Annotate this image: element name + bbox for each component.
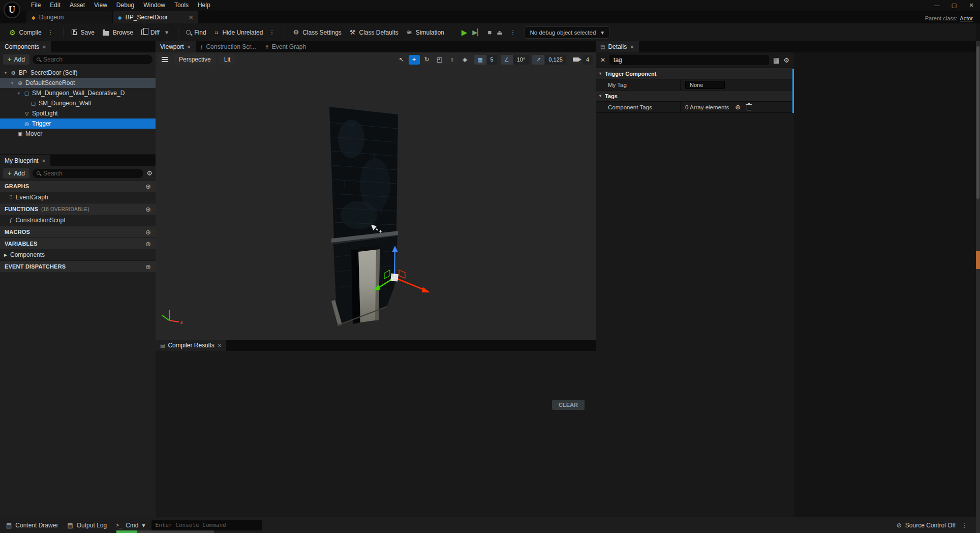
tab-event-graph[interactable]: ⠿ Event Graph <box>260 41 311 52</box>
tree-row-wall-decorative[interactable]: ▾ ▢ SM_Dungeon_Wall_Decorative_D <box>0 88 156 98</box>
eject-button[interactable]: ⏏ <box>497 29 502 36</box>
components-search-input[interactable] <box>43 56 148 63</box>
tab-details[interactable]: ▤ Details ✕ <box>596 41 639 52</box>
close-compiler-results-icon[interactable]: ✕ <box>218 343 222 348</box>
row-event-graph[interactable]: ⠿ EventGraph <box>0 192 156 203</box>
tab-my-blueprint[interactable]: My Blueprint ✕ <box>0 155 50 166</box>
grid-snap-icon[interactable]: ▦ <box>474 55 486 65</box>
my-blueprint-search-input[interactable] <box>43 170 139 177</box>
play-options-icon[interactable]: ⋮ <box>508 28 518 36</box>
add-component-button[interactable]: + Add <box>3 54 29 65</box>
hide-unrelated-options-icon[interactable]: ⋮ <box>266 28 277 36</box>
select-tool-icon[interactable]: ↖ <box>396 55 407 65</box>
close-my-blueprint-icon[interactable]: ✕ <box>42 158 46 164</box>
section-variables[interactable]: VARIABLES ⊕ <box>0 238 156 249</box>
my-tag-value-field[interactable]: None <box>685 81 725 89</box>
blueprint-settings-gear-icon[interactable]: ⚙ <box>146 169 152 177</box>
simulation-button[interactable]: ≋ Simulation <box>403 26 448 39</box>
add-variable-icon[interactable]: ⊕ <box>145 240 151 248</box>
class-settings-button[interactable]: ⚙ Class Settings <box>289 26 345 39</box>
camera-speed-value[interactable]: 4 <box>583 55 593 65</box>
menu-asset[interactable]: Asset <box>65 0 89 11</box>
expander-icon[interactable]: ▸ <box>4 251 7 258</box>
menu-view[interactable]: View <box>89 0 112 11</box>
frame-skip-button[interactable]: ▶▏ <box>472 28 482 36</box>
close-button[interactable]: ✕ <box>963 0 980 11</box>
close-details-icon[interactable]: ✕ <box>630 44 634 50</box>
play-button[interactable]: ▶ <box>462 28 468 37</box>
section-macros[interactable]: MACROS ⊕ <box>0 226 156 238</box>
close-components-icon[interactable]: ✕ <box>42 44 46 50</box>
details-search-input[interactable] <box>614 56 765 64</box>
find-button[interactable]: Find <box>182 26 210 39</box>
camera-speed-icon[interactable] <box>570 55 582 65</box>
3d-viewport[interactable]: x Perspective Lit ↖ + ↻ ◰ ♁ ◈ ▦ 5 <box>156 52 596 340</box>
section-expander-icon[interactable]: ▾ <box>599 71 601 76</box>
add-function-icon[interactable]: ⊕ <box>145 205 151 213</box>
add-macro-icon[interactable]: ⊕ <box>145 228 151 236</box>
wall-mesh[interactable] <box>329 107 398 326</box>
source-control-options-icon[interactable]: ⋮ <box>959 521 970 529</box>
diff-button[interactable]: Diff ▾ <box>137 26 174 39</box>
add-event-dispatcher-icon[interactable]: ⊕ <box>145 263 151 271</box>
unreal-logo-icon[interactable]: U <box>4 2 20 18</box>
section-event-dispatchers[interactable]: EVENT DISPATCHERS ⊕ <box>0 260 156 272</box>
details-search-box[interactable] <box>609 55 769 65</box>
compile-options-icon[interactable]: ⋮ <box>45 28 56 36</box>
grid-snap-value[interactable]: 5 <box>487 55 497 65</box>
restore-button[interactable]: ▢ <box>945 0 963 11</box>
tab-components[interactable]: Components ✕ <box>0 41 51 52</box>
browse-button[interactable]: Browse <box>99 26 137 39</box>
row-construction-script[interactable]: ƒ ConstructionScript <box>0 215 156 226</box>
tree-row-bp-secretdoor-self[interactable]: ▾ ⚙ BP_SecretDoor (Self) <box>0 68 156 78</box>
add-graph-icon[interactable]: ⊕ <box>145 183 151 190</box>
source-control-button[interactable]: ⊘ Source Control Off ⋮ <box>897 521 970 529</box>
window-scrollbar[interactable] <box>976 41 980 533</box>
clear-array-icon[interactable] <box>747 105 751 110</box>
expander-icon[interactable]: ▾ <box>16 91 21 96</box>
tab-construction-script[interactable]: ƒ Construction Scr... <box>196 41 261 52</box>
save-button[interactable]: Save <box>68 26 99 39</box>
output-log-button[interactable]: ▤ Output Log <box>67 522 107 529</box>
scale-snap-value[interactable]: 0,125 <box>545 55 566 65</box>
stop-button[interactable]: ■ <box>487 28 492 36</box>
scale-tool-icon[interactable]: ◰ <box>434 55 445 65</box>
console-command-box[interactable] <box>151 520 262 530</box>
move-tool-icon[interactable]: + <box>409 55 420 65</box>
surface-snap-icon[interactable]: ◈ <box>460 55 471 65</box>
debug-object-dropdown[interactable]: No debug object selected ▾ <box>525 26 610 39</box>
rotation-snap-icon[interactable]: ∠ <box>501 55 513 65</box>
tab-dungeon[interactable]: ◆ Dungeon <box>26 11 112 23</box>
lit-dropdown[interactable]: Lit <box>219 54 236 65</box>
clear-button[interactable]: CLEAR <box>552 400 585 410</box>
close-viewport-tab-icon[interactable]: ✕ <box>187 44 191 50</box>
row-components-category[interactable]: ▸ Components <box>0 249 156 260</box>
tree-row-spotlight[interactable]: ▽ SpotLight <box>0 108 156 119</box>
clear-search-icon[interactable]: ✕ <box>600 56 605 64</box>
cmd-dropdown[interactable]: >_ Cmd ▾ <box>116 522 145 529</box>
parent-class-link[interactable]: Actor <box>960 15 973 21</box>
components-search[interactable] <box>33 55 152 64</box>
section-functions[interactable]: FUNCTIONS (18 OVERRIDABLE) ⊕ <box>0 203 156 215</box>
expander-icon[interactable]: ▾ <box>3 71 8 75</box>
tree-row-defaultsceneroot[interactable]: ▾ ⊕ DefaultSceneRoot <box>0 78 156 88</box>
tree-row-mover[interactable]: ▣ Mover <box>0 129 156 139</box>
tree-row-trigger[interactable]: ◎ Trigger <box>0 119 156 129</box>
section-graphs[interactable]: GRAPHS ⊕ <box>0 180 156 192</box>
my-blueprint-search[interactable] <box>33 169 143 178</box>
minimize-button[interactable]: — <box>928 0 945 11</box>
expander-icon[interactable]: ▾ <box>10 81 15 85</box>
tree-row-dungeon-wall[interactable]: ▢ SM_Dungeon_Wall <box>0 98 156 108</box>
rotation-snap-value[interactable]: 10° <box>513 55 529 65</box>
viewport-menu-button[interactable] <box>159 54 171 65</box>
section-tags[interactable]: ▾ Tags <box>596 91 794 102</box>
details-settings-gear-icon[interactable]: ⚙ <box>783 56 789 64</box>
details-scrollbar[interactable] <box>792 69 794 113</box>
console-command-input[interactable] <box>156 522 258 528</box>
class-defaults-button[interactable]: ⚒ Class Defaults <box>346 26 403 39</box>
add-array-element-icon[interactable]: ⊕ <box>735 103 741 111</box>
compile-button[interactable]: ⚙ Compile ⋮ <box>5 26 60 39</box>
tab-bp-secretdoor[interactable]: ◆ BP_SecretDoor ✕ <box>113 11 198 23</box>
content-drawer-button[interactable]: ▤ Content Drawer <box>6 522 58 529</box>
rotate-tool-icon[interactable]: ↻ <box>421 55 433 65</box>
